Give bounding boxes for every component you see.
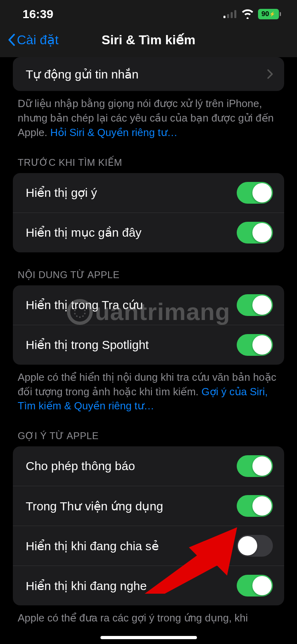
group-before-search: Hiển thị gợi ý Hiển thị mục gần đây [13,173,284,252]
page-title: Siri & Tìm kiếm [102,32,195,47]
row-in-app-library: Trong Thư viện ứng dụng [13,486,284,526]
battery-icon: 90⚡ [258,9,281,19]
toggle-in-app-library[interactable] [237,495,273,517]
toggle-show-in-spotlight[interactable] [237,334,273,356]
svg-rect-2 [231,12,233,18]
link-ask-siri-privacy[interactable]: Hỏi Siri & Quyền riêng tư… [50,126,178,138]
chevron-left-icon [8,34,15,46]
row-label: Hiển thị mục gần đây [26,225,141,239]
row-label: Hiển thị trong Tra cứu [26,298,143,312]
toggle-show-when-sharing[interactable] [237,535,273,557]
toggle-show-recents[interactable] [237,222,273,244]
group-apple-content: Hiển thị trong Tra cứu Hiển thị trong Sp… [13,285,284,365]
row-label: Tự động gửi tin nhắn [26,67,139,81]
svg-rect-3 [234,10,236,18]
back-label: Cài đặt [17,32,59,47]
settings-content: Tự động gửi tin nhắn Dữ liệu nhập bằng g… [0,57,297,642]
row-show-when-listening: Hiển thị khi đang nghe [13,566,284,605]
toggle-show-in-lookup[interactable] [237,294,273,316]
row-label: Trong Thư viện ứng dụng [26,499,163,513]
back-button[interactable]: Cài đặt [8,32,59,47]
status-icons: 90⚡ [223,9,281,19]
footer-apple-suggestions: Apple có thể đưa ra các gợi ý trong ứng … [0,605,297,625]
row-show-when-sharing: Hiển thị khi đang chia sẻ [13,526,284,566]
svg-rect-0 [223,16,225,18]
row-auto-send-messages[interactable]: Tự động gửi tin nhắn [13,57,284,91]
chevron-right-icon [267,69,273,79]
navigation-bar: Cài đặt Siri & Tìm kiếm [0,24,297,57]
section-header-apple-suggestions: GỢI Ý TỪ APPLE [0,413,297,446]
row-show-recents: Hiển thị mục gần đây [13,213,284,252]
group-apple-suggestions: Cho phép thông báo Trong Thư viện ứng dụ… [13,446,284,605]
row-label: Hiển thị trong Spotlight [26,338,149,352]
row-label: Hiển thị khi đang nghe [26,579,147,593]
row-label: Cho phép thông báo [26,459,135,473]
home-indicator[interactable] [100,636,197,639]
toggle-show-suggestions[interactable] [237,182,273,204]
toggle-allow-notifications[interactable] [237,455,273,477]
row-label: Hiển thị khi đang chia sẻ [26,539,159,553]
cellular-signal-icon [223,10,237,18]
group-auto-send: Tự động gửi tin nhắn [13,57,284,91]
row-show-suggestions: Hiển thị gợi ý [13,173,284,213]
section-header-apple-content: NỘI DUNG TỪ APPLE [0,252,297,285]
svg-rect-1 [227,14,229,18]
wifi-icon [241,9,254,19]
footer-siri-privacy: Dữ liệu nhập bằng giọng nói được xử lý t… [0,91,297,140]
status-time: 16:39 [23,7,53,21]
toggle-show-when-listening[interactable] [237,575,273,597]
footer-apple-content: Apple có thể hiển thị nội dung khi tra c… [0,365,297,414]
status-bar: 16:39 90⚡ [0,0,297,24]
row-show-in-spotlight: Hiển thị trong Spotlight [13,325,284,365]
section-header-before-search: TRƯỚC KHI TÌM KIẾM [0,140,297,173]
row-show-in-lookup: Hiển thị trong Tra cứu [13,285,284,325]
row-label: Hiển thị gợi ý [26,186,97,200]
row-allow-notifications: Cho phép thông báo [13,446,284,486]
